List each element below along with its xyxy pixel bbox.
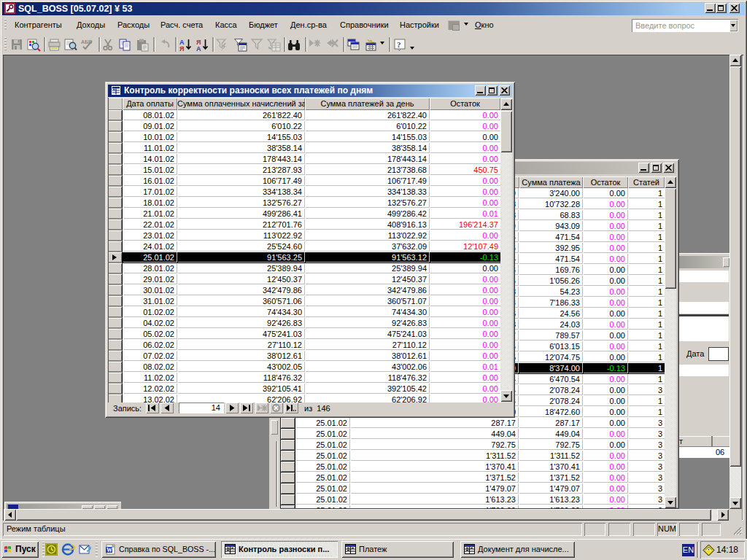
svg-text:W: W	[107, 547, 112, 553]
svg-text:А: А	[196, 45, 201, 52]
svg-text:?: ?	[397, 40, 401, 49]
svg-text:Я: Я	[179, 45, 184, 52]
